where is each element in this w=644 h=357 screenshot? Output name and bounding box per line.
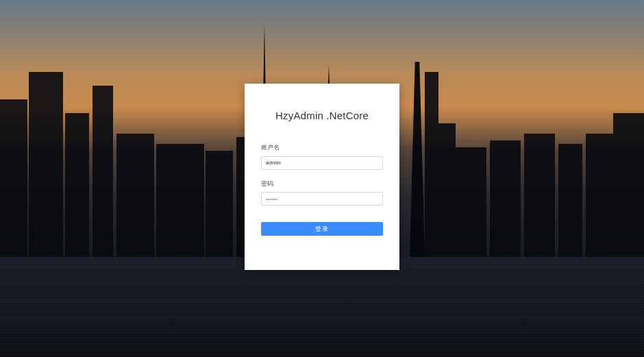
username-label: 账户名 bbox=[261, 143, 383, 152]
username-input[interactable] bbox=[261, 156, 383, 170]
background-water bbox=[0, 257, 644, 357]
login-card: HzyAdmin .NetCore 账户名 密码 登录 bbox=[245, 84, 399, 270]
username-group: 账户名 bbox=[261, 143, 383, 170]
password-group: 密码 bbox=[261, 180, 383, 206]
login-page-background: HzyAdmin .NetCore 账户名 密码 登录 bbox=[0, 0, 644, 357]
login-button[interactable]: 登录 bbox=[261, 222, 383, 236]
app-title: HzyAdmin .NetCore bbox=[261, 110, 383, 121]
password-label: 密码 bbox=[261, 180, 383, 188]
password-input[interactable] bbox=[261, 192, 383, 206]
